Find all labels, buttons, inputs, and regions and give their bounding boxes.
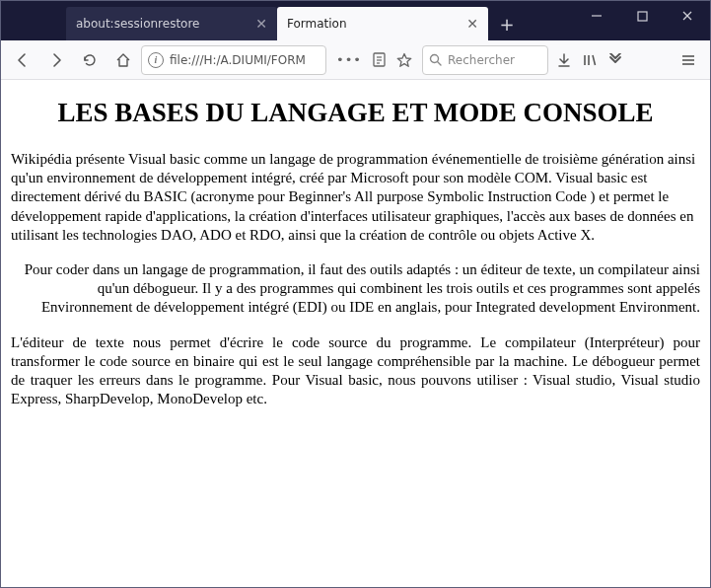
titlebar-spacer [1, 1, 66, 40]
close-icon[interactable]: ✕ [466, 16, 478, 32]
tab-label: Formation [287, 17, 461, 31]
reader-view-icon[interactable] [372, 52, 387, 67]
navigation-toolbar: i file:///H:/A.DIUMI/FORM ••• Rechercher [1, 40, 710, 80]
downloads-icon[interactable] [556, 52, 572, 68]
search-icon [429, 53, 442, 66]
url-text: file:///H:/A.DIUMI/FORM [170, 53, 320, 67]
overflow-icon[interactable] [607, 53, 623, 67]
paragraph-3: L'éditeur de texte nous permet d'écrire … [11, 333, 700, 409]
tab-label: about:sessionrestore [76, 17, 249, 31]
tab-strip: about:sessionrestore ✕ Formation ✕ + [66, 1, 574, 40]
page-actions: ••• [328, 52, 420, 68]
minimize-button[interactable] [574, 1, 619, 31]
paragraph-1: Wikipédia présente Visual basic comme un… [11, 150, 700, 245]
back-button[interactable] [7, 44, 38, 76]
page-actions-more-icon[interactable]: ••• [336, 52, 362, 67]
close-window-button[interactable] [665, 1, 710, 31]
tab-formation[interactable]: Formation ✕ [277, 7, 488, 40]
paragraph-2: Pour coder dans un langage de programmat… [11, 260, 700, 318]
toolbar-extra [550, 52, 629, 68]
close-icon[interactable]: ✕ [255, 16, 267, 32]
tab-sessionrestore[interactable]: about:sessionrestore ✕ [66, 7, 277, 40]
new-tab-button[interactable]: + [492, 9, 522, 38]
search-placeholder: Rechercher [448, 53, 515, 67]
page-content: LES BASES DU LANGAGE ET MODE CONSOLE Wik… [1, 80, 710, 587]
page-title: LES BASES DU LANGAGE ET MODE CONSOLE [11, 98, 700, 128]
home-button[interactable] [107, 44, 139, 76]
svg-line-9 [438, 62, 442, 66]
window-titlebar: about:sessionrestore ✕ Formation ✕ + [1, 1, 710, 40]
library-icon[interactable] [582, 52, 598, 68]
url-bar[interactable]: i file:///H:/A.DIUMI/FORM [141, 45, 326, 75]
forward-button[interactable] [40, 44, 72, 76]
site-info-icon[interactable]: i [148, 52, 164, 68]
svg-rect-1 [638, 12, 647, 21]
maximize-button[interactable] [619, 1, 665, 31]
bookmark-star-icon[interactable] [396, 52, 412, 68]
svg-line-12 [593, 55, 596, 65]
window-controls [574, 1, 710, 40]
reload-button[interactable] [74, 44, 106, 76]
app-menu-button[interactable] [673, 44, 704, 76]
search-bar[interactable]: Rechercher [422, 45, 548, 75]
